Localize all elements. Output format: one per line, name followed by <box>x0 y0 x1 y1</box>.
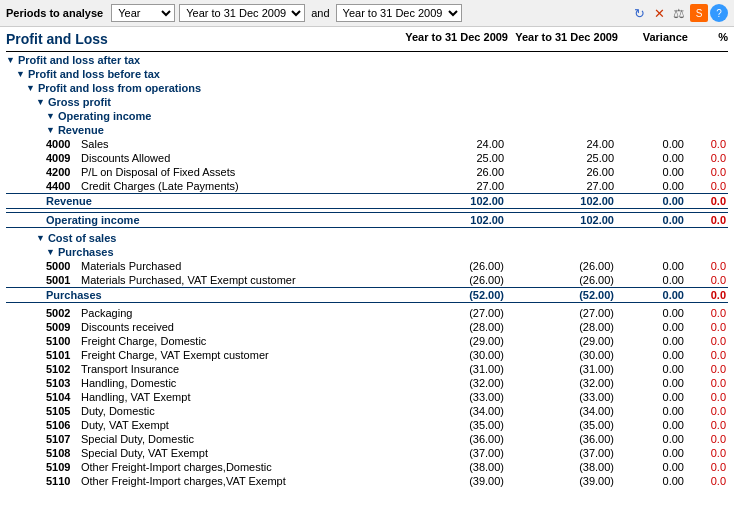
row-label-text: Discounts Allowed <box>81 152 170 164</box>
pct-value: 0.0 <box>688 289 728 301</box>
col2-value: 24.00 <box>508 138 618 150</box>
row-label-text: Revenue <box>58 124 104 136</box>
col-headers-row: Profit and Loss Year to 31 Dec 2009 Year… <box>6 31 728 52</box>
collapse-triangle[interactable]: ▼ <box>36 233 45 243</box>
row-label: 5105Duty, Domestic <box>6 405 398 417</box>
period-type-select[interactable]: Year Month Quarter <box>111 4 175 22</box>
row-label: 5102Transport Insurance <box>6 363 398 375</box>
data-row: 5001Materials Purchased, VAT Exempt cust… <box>6 273 728 287</box>
col2-value: (29.00) <box>508 335 618 347</box>
collapse-triangle[interactable]: ▼ <box>46 125 55 135</box>
pct-value: 0.0 <box>688 321 728 333</box>
help-icon[interactable]: ? <box>710 4 728 22</box>
data-row: 5000Materials Purchased(26.00)(26.00)0.0… <box>6 259 728 273</box>
col2-value: (52.00) <box>508 289 618 301</box>
row-label: 5104Handling, VAT Exempt <box>6 391 398 403</box>
col1-value: 27.00 <box>398 180 508 192</box>
row-label: 5100Freight Charge, Domestic <box>6 335 398 347</box>
settings-icon[interactable]: S <box>690 4 708 22</box>
col1-value: (37.00) <box>398 447 508 459</box>
row-label: 5110Other Freight-Import charges,VAT Exe… <box>6 475 398 487</box>
data-row: 5103Handling, Domestic(32.00)(32.00)0.00… <box>6 376 728 390</box>
variance-value: 0.00 <box>618 461 688 473</box>
row-label-text: Other Freight-Import charges,VAT Exempt <box>81 475 286 487</box>
col1-value: (34.00) <box>398 405 508 417</box>
row-label-text: Special Duty, Domestic <box>81 433 194 445</box>
collapse-triangle[interactable]: ▼ <box>46 111 55 121</box>
collapse-triangle[interactable]: ▼ <box>16 69 25 79</box>
toolbar: Periods to analyse Year Month Quarter Ye… <box>0 0 734 27</box>
row-label: ▼Gross profit <box>6 96 398 108</box>
col2-value: (28.00) <box>508 321 618 333</box>
col1-value: (36.00) <box>398 433 508 445</box>
col2-value: (27.00) <box>508 307 618 319</box>
col2-header: Year to 31 Dec 2009 <box>508 31 618 49</box>
row-label-text: Materials Purchased, VAT Exempt customer <box>81 274 296 286</box>
pct-value: 0.0 <box>688 335 728 347</box>
data-row: 5109Other Freight-Import charges,Domesti… <box>6 460 728 474</box>
col2-value: 102.00 <box>508 195 618 207</box>
pct-value: 0.0 <box>688 260 728 272</box>
variance-value: 0.00 <box>618 363 688 375</box>
row-label: ▼Operating income <box>6 110 398 122</box>
row-label-text: P/L on Disposal of Fixed Assets <box>81 166 235 178</box>
data-row: 4400Credit Charges (Late Payments)27.002… <box>6 179 728 193</box>
variance-value: 0.00 <box>618 195 688 207</box>
collapse-triangle[interactable]: ▼ <box>36 97 45 107</box>
pct-value: 0.0 <box>688 138 728 150</box>
variance-value: 0.00 <box>618 321 688 333</box>
account-code: 5106 <box>46 419 78 431</box>
row-label: 5009Discounts received <box>6 321 398 333</box>
col1-value: (38.00) <box>398 461 508 473</box>
date2-select[interactable]: Year to 31 Dec 2009 Year to 31 Dec 2008 <box>336 4 462 22</box>
row-label: 5106Duty, VAT Exempt <box>6 419 398 431</box>
date1-select[interactable]: Year to 31 Dec 2009 Year to 31 Dec 2008 <box>179 4 305 22</box>
row-label: 5108Special Duty, VAT Exempt <box>6 447 398 459</box>
account-code: 5104 <box>46 391 78 403</box>
col1-value: (27.00) <box>398 307 508 319</box>
collapse-triangle[interactable]: ▼ <box>6 55 15 65</box>
variance-value: 0.00 <box>618 138 688 150</box>
pct-value: 0.0 <box>688 391 728 403</box>
account-code: 5000 <box>46 260 78 272</box>
account-code: 5100 <box>46 335 78 347</box>
pct-value: 0.0 <box>688 433 728 445</box>
data-row: 5106Duty, VAT Exempt(35.00)(35.00)0.000.… <box>6 418 728 432</box>
variance-value: 0.00 <box>618 447 688 459</box>
pct-value: 0.0 <box>688 274 728 286</box>
collapse-triangle[interactable]: ▼ <box>46 247 55 257</box>
row-label: 4400Credit Charges (Late Payments) <box>6 180 398 192</box>
variance-value: 0.00 <box>618 405 688 417</box>
pct-value: 0.0 <box>688 377 728 389</box>
row-label: 4200P/L on Disposal of Fixed Assets <box>6 166 398 178</box>
variance-value: 0.00 <box>618 391 688 403</box>
row-label-text: Purchases <box>58 246 114 258</box>
collapse-triangle[interactable]: ▼ <box>26 83 35 93</box>
refresh-icon[interactable]: ↻ <box>630 4 648 22</box>
report-title: Profit and Loss <box>6 31 398 47</box>
col2-value: (31.00) <box>508 363 618 375</box>
row-label: ▼Purchases <box>6 246 398 258</box>
close-icon[interactable]: ✕ <box>650 4 668 22</box>
toolbar-icons: ↻ ✕ ⚖ S ? <box>630 4 728 22</box>
account-code: 5108 <box>46 447 78 459</box>
variance-value: 0.00 <box>618 152 688 164</box>
subtotal-row: Purchases(52.00)(52.00)0.000.0 <box>6 287 728 303</box>
data-row: 5101Freight Charge, VAT Exempt customer(… <box>6 348 728 362</box>
col2-value: (37.00) <box>508 447 618 459</box>
pct-value: 0.0 <box>688 152 728 164</box>
row-label: ▼Profit and loss after tax <box>6 54 398 66</box>
col1-value: 26.00 <box>398 166 508 178</box>
account-code: 5102 <box>46 363 78 375</box>
pct-value: 0.0 <box>688 447 728 459</box>
account-code: 5101 <box>46 349 78 361</box>
pct-value: 0.0 <box>688 307 728 319</box>
col2-value: (33.00) <box>508 391 618 403</box>
section-row: ▼Profit and loss before tax <box>6 67 728 81</box>
pct-value: 0.0 <box>688 195 728 207</box>
row-label: 5101Freight Charge, VAT Exempt customer <box>6 349 398 361</box>
balance-icon[interactable]: ⚖ <box>670 4 688 22</box>
data-row: 4009Discounts Allowed25.0025.000.000.0 <box>6 151 728 165</box>
row-label-text: Duty, Domestic <box>81 405 155 417</box>
variance-value: 0.00 <box>618 166 688 178</box>
